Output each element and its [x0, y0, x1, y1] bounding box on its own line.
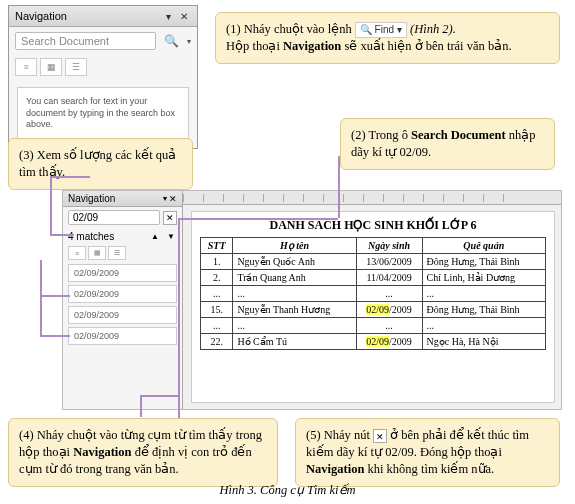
- col-dob: Ngày sinh: [356, 238, 422, 254]
- student-table: STT Họ tên Ngày sinh Quê quán 1.Nguyễn Q…: [200, 237, 546, 350]
- table-row: 15.Nguyễn Thanh Hương02/09/2009Đông Hưng…: [201, 302, 546, 318]
- table-row: 2.Trần Quang Anh11/04/2009Chí Linh, Hải …: [201, 270, 546, 286]
- table-header-row: STT Họ tên Ngày sinh Quê quán: [201, 238, 546, 254]
- leader-line: [338, 156, 340, 218]
- headings-tab[interactable]: ≡: [68, 246, 86, 260]
- find-button-badge: 🔍 Find ▾: [355, 22, 407, 38]
- table-row: 1.Nguyễn Quốc Anh13/06/2009Đông Hưng, Th…: [201, 254, 546, 270]
- leader-line: [140, 395, 142, 417]
- word-window: Navigation ▾ ✕ 02/09 ✕ 4 matches ▲ ▼ ≡ ▦…: [62, 190, 562, 410]
- table-row: ............: [201, 286, 546, 302]
- leader-line: [140, 395, 178, 397]
- highlight: 02/09: [366, 336, 389, 347]
- leader-line: [40, 335, 70, 337]
- leader-line: [40, 295, 70, 297]
- nav2-title: Navigation: [68, 193, 115, 204]
- leader-line: [50, 234, 74, 236]
- text: Navigation: [73, 445, 131, 459]
- text: (3) Xem số lượng các kết quả tìm thấy.: [19, 148, 176, 179]
- text: (5) Nháy nút: [306, 428, 373, 442]
- nav2-header: Navigation ▾ ✕: [63, 191, 182, 207]
- col-name: Họ tên: [233, 238, 356, 254]
- clear-search-button[interactable]: ✕: [163, 211, 177, 225]
- pages-tab[interactable]: ▦: [40, 58, 62, 76]
- callout-3: (3) Xem số lượng các kết quả tìm thấy.: [8, 138, 193, 190]
- result-item[interactable]: 02/09/2009: [68, 264, 177, 282]
- highlight: 02/09: [366, 304, 389, 315]
- leader-line: [178, 218, 338, 220]
- headings-tab[interactable]: ≡: [15, 58, 37, 76]
- table-row: ............: [201, 318, 546, 334]
- leader-line: [178, 220, 180, 418]
- search-row: Search Document 🔍 ▾: [9, 27, 197, 55]
- text: (2) Trong ô: [351, 128, 411, 142]
- col-home: Quê quán: [422, 238, 545, 254]
- text: Hộp thoại: [226, 39, 283, 53]
- results-tab[interactable]: ☰: [65, 58, 87, 76]
- search-options-caret[interactable]: ▾: [187, 37, 191, 46]
- pages-tab[interactable]: ▦: [88, 246, 106, 260]
- match-count: 4 matches: [68, 231, 114, 242]
- nav-header: Navigation ▾ ✕: [9, 6, 197, 27]
- prev-match-button[interactable]: ▲: [149, 230, 161, 242]
- table-row: 22.Hồ Cẩm Tú02/09/2009Ngọc Hà, Hà Nội: [201, 334, 546, 350]
- text: Navigation: [283, 39, 341, 53]
- results-tab[interactable]: ☰: [108, 246, 126, 260]
- text: (Hình 2).: [410, 22, 456, 36]
- callout-4: (4) Nháy chuột vào từng cụm từ tìm thấy …: [8, 418, 278, 487]
- text: Navigation: [306, 462, 364, 476]
- result-list: 02/09/2009 02/09/2009 02/09/2009 02/09/2…: [63, 262, 182, 350]
- leader-line: [50, 176, 52, 234]
- view-tabs: ≡ ▦ ☰: [9, 55, 197, 79]
- result-item[interactable]: 02/09/2009: [68, 327, 177, 345]
- callout-5: (5) Nháy nút ✕ ở bên phải để kết thúc tì…: [295, 418, 560, 487]
- document-page: DANH SÁCH HỌC SINH KHỐI LỚP 6 STT Họ tên…: [191, 211, 555, 403]
- col-stt: STT: [201, 238, 233, 254]
- text: Search Document: [411, 128, 506, 142]
- nav-title: Navigation: [15, 10, 67, 22]
- hint-text: You can search for text in your document…: [17, 87, 189, 140]
- search-icon[interactable]: 🔍: [160, 34, 183, 49]
- dropdown-icon[interactable]: ▾: [161, 9, 175, 23]
- matches-row: 4 matches ▲ ▼: [63, 228, 182, 244]
- next-match-button[interactable]: ▼: [165, 230, 177, 242]
- callout-2: (2) Trong ô Search Document nhập dãy kí …: [340, 118, 555, 170]
- callout-1: (1) Nháy chuột vào lệnh 🔍 Find ▾ (Hình 2…: [215, 12, 560, 64]
- text: khi không tìm kiếm nữa.: [364, 462, 494, 476]
- ruler: [183, 191, 561, 205]
- close-panel-icon[interactable]: ✕: [177, 9, 191, 23]
- search-input[interactable]: Search Document: [15, 32, 156, 50]
- text: (1) Nháy chuột vào lệnh: [226, 22, 355, 36]
- leader-line: [50, 176, 90, 178]
- page-title: DANH SÁCH HỌC SINH KHỐI LỚP 6: [200, 218, 546, 233]
- text: sẽ xuất hiện ở bên trái văn bản.: [341, 39, 511, 53]
- close-panel-icon[interactable]: ✕: [167, 194, 177, 204]
- nav2-search-row: 02/09 ✕: [63, 207, 182, 228]
- search-input-filled[interactable]: 02/09: [68, 210, 160, 225]
- result-item[interactable]: 02/09/2009: [68, 285, 177, 303]
- navigation-panel-initial: Navigation ▾ ✕ Search Document 🔍 ▾ ≡ ▦ ☰…: [8, 5, 198, 149]
- leader-line: [40, 260, 42, 335]
- navigation-panel-results: Navigation ▾ ✕ 02/09 ✕ 4 matches ▲ ▼ ≡ ▦…: [63, 191, 183, 409]
- close-badge-icon: ✕: [373, 429, 387, 443]
- result-item[interactable]: 02/09/2009: [68, 306, 177, 324]
- figure-caption: Hình 3. Công cụ Tìm kiếm: [0, 482, 575, 498]
- view-tabs-2: ≡ ▦ ☰: [63, 244, 182, 262]
